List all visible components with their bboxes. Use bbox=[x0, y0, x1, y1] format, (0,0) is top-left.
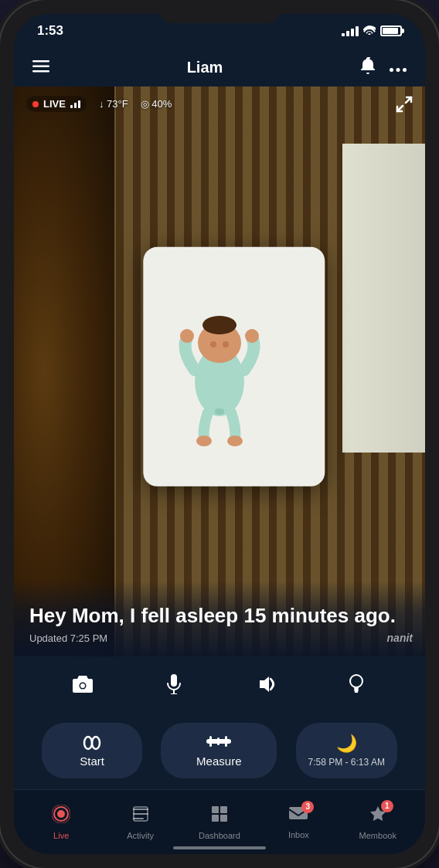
crib-left-area bbox=[14, 86, 114, 656]
controls-row bbox=[14, 656, 425, 712]
svg-rect-2 bbox=[32, 70, 49, 73]
home-indicator bbox=[173, 846, 266, 849]
camera-scene: LIVE ↓ 73°F ◎ 40% bbox=[14, 86, 425, 656]
svg-point-19 bbox=[80, 683, 85, 688]
header-title: Liam bbox=[187, 59, 223, 76]
more-button[interactable] bbox=[390, 59, 407, 76]
svg-point-4 bbox=[396, 68, 400, 72]
live-dot bbox=[32, 101, 39, 107]
svg-point-14 bbox=[227, 436, 243, 446]
svg-point-13 bbox=[196, 436, 212, 446]
svg-rect-0 bbox=[32, 60, 49, 63]
live-signal-icon bbox=[70, 100, 80, 108]
measure-label: Measure bbox=[196, 754, 241, 768]
activity-nav-icon bbox=[131, 805, 150, 828]
svg-marker-23 bbox=[260, 676, 269, 692]
updated-text: Updated 7:25 PM bbox=[29, 632, 410, 644]
svg-rect-30 bbox=[217, 737, 220, 745]
notch bbox=[158, 0, 281, 23]
nanit-brand: nanit bbox=[387, 632, 413, 644]
svg-rect-15 bbox=[215, 409, 224, 415]
nav-inbox[interactable]: 3 Inbox bbox=[271, 799, 325, 846]
measure-icon bbox=[206, 734, 231, 751]
app-header: Liam bbox=[14, 48, 425, 86]
menu-button[interactable] bbox=[32, 59, 49, 76]
svg-rect-36 bbox=[212, 806, 219, 813]
nav-dashboard[interactable]: Dashboard bbox=[192, 798, 247, 846]
microphone-button[interactable] bbox=[155, 666, 192, 703]
inbox-badge: 3 bbox=[301, 801, 314, 813]
sleep-schedule-button[interactable]: 🌙 7:58 PM - 6:13 AM bbox=[296, 723, 397, 778]
battery-icon bbox=[380, 25, 402, 36]
humidity-display: ◎ 40% bbox=[141, 98, 172, 110]
phone-screen: 1:53 bbox=[14, 14, 425, 854]
svg-rect-38 bbox=[212, 815, 219, 822]
svg-rect-39 bbox=[220, 815, 227, 822]
live-indicator-bar: LIVE ↓ 73°F ◎ 40% bbox=[26, 96, 172, 112]
svg-point-12 bbox=[245, 329, 259, 343]
nav-activity-label: Activity bbox=[127, 831, 154, 840]
start-icon bbox=[80, 734, 104, 751]
svg-point-8 bbox=[202, 316, 237, 334]
svg-point-11 bbox=[180, 329, 194, 343]
baby-figure bbox=[165, 293, 274, 450]
inbox-badge-container: 3 bbox=[289, 805, 308, 827]
nav-inbox-label: Inbox bbox=[288, 830, 309, 839]
crib-right-panel bbox=[342, 144, 425, 453]
svg-point-5 bbox=[403, 68, 407, 72]
nav-membook[interactable]: 1 Membook bbox=[351, 798, 405, 846]
phone-frame: 1:53 bbox=[0, 0, 439, 868]
temperature-display: ↓ 73°F bbox=[99, 98, 128, 110]
nav-live-label: Live bbox=[53, 831, 69, 840]
svg-rect-1 bbox=[32, 65, 49, 67]
live-label: LIVE bbox=[43, 98, 66, 110]
sleep-time: 7:58 PM - 6:13 AM bbox=[308, 757, 385, 768]
start-button[interactable]: Start bbox=[42, 723, 142, 778]
svg-point-32 bbox=[57, 810, 65, 818]
nav-dashboard-label: Dashboard bbox=[199, 831, 240, 840]
camera-overlay: Hey Mom, I fell asleep 15 minutes ago. U… bbox=[14, 581, 425, 656]
action-row: Start Measure 🌙 7:58 PM - 6:13 AM bbox=[14, 712, 425, 789]
header-actions bbox=[360, 57, 407, 78]
measure-button[interactable]: Measure bbox=[161, 723, 277, 778]
moon-icon: 🌙 bbox=[336, 734, 357, 754]
live-badge: LIVE bbox=[26, 96, 87, 112]
bottom-nav: Live Activity bbox=[14, 789, 425, 854]
sleep-message: Hey Mom, I fell asleep 15 minutes ago. bbox=[29, 604, 410, 628]
dashboard-nav-icon bbox=[210, 805, 229, 828]
nav-activity[interactable]: Activity bbox=[114, 798, 168, 846]
nav-membook-label: Membook bbox=[359, 831, 396, 840]
status-time: 1:53 bbox=[37, 23, 63, 39]
sound-button[interactable] bbox=[247, 666, 284, 703]
start-label: Start bbox=[80, 754, 104, 768]
camera-view[interactable]: LIVE ↓ 73°F ◎ 40% bbox=[14, 86, 425, 656]
svg-point-3 bbox=[390, 68, 393, 72]
light-button[interactable] bbox=[338, 666, 375, 703]
svg-rect-31 bbox=[225, 736, 227, 747]
svg-point-24 bbox=[350, 675, 362, 687]
nav-live[interactable]: Live bbox=[34, 798, 88, 846]
signal-icon bbox=[342, 26, 359, 36]
svg-rect-37 bbox=[220, 806, 227, 813]
fullscreen-button[interactable] bbox=[396, 96, 413, 117]
camera-button[interactable] bbox=[64, 666, 101, 703]
live-nav-icon bbox=[52, 805, 70, 828]
wifi-icon bbox=[363, 25, 376, 37]
svg-point-27 bbox=[92, 737, 100, 749]
svg-point-26 bbox=[84, 737, 92, 749]
status-icons bbox=[342, 25, 402, 37]
bell-button[interactable] bbox=[360, 57, 376, 78]
svg-rect-29 bbox=[209, 736, 212, 747]
svg-point-10 bbox=[223, 341, 229, 348]
svg-rect-20 bbox=[171, 674, 177, 687]
membook-badge-container: 1 bbox=[369, 805, 387, 828]
svg-point-9 bbox=[210, 341, 216, 348]
membook-badge: 1 bbox=[381, 800, 393, 812]
